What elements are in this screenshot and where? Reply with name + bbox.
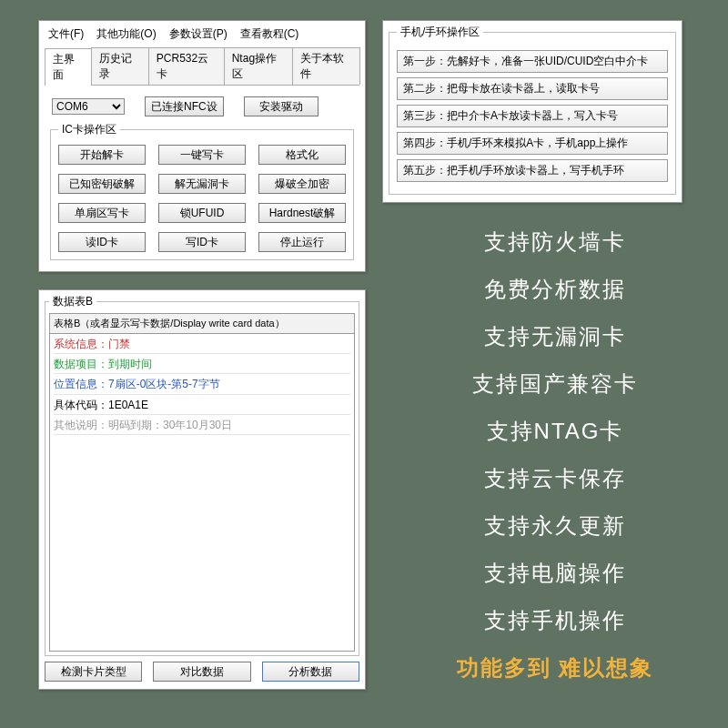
nfc-status-button[interactable]: 已连接NFC设 [145, 96, 224, 116]
btn-single-sector[interactable]: 单扇区写卡 [58, 203, 146, 223]
btn-hardnest[interactable]: Hardnest破解 [258, 203, 346, 223]
phone-steps-legend: 手机/手环操作区 [397, 25, 483, 40]
phone-step-2[interactable]: 第二步：把母卡放在读卡器上，读取卡号 [397, 77, 668, 100]
phone-steps-window: 手机/手环操作区 第一步：先解好卡，准备一张UID/CUID空白中介卡 第二步：… [382, 20, 682, 203]
menu-help[interactable]: 查看教程(C) [240, 26, 299, 42]
data-table-b-window: 数据表B 表格B（或者显示写卡数据/Display write card dat… [38, 289, 366, 690]
tab-cloud[interactable]: PCR532云卡 [148, 47, 225, 85]
btn-brute-full[interactable]: 爆破全加密 [258, 174, 346, 194]
row-position: 位置信息：7扇区-0区块-第5-7字节 [54, 376, 350, 394]
data-b-group: 数据表B 表格B（或者显示写卡数据/Display write card dat… [45, 294, 359, 656]
btn-detect-card[interactable]: 检测卡片类型 [45, 662, 142, 682]
phone-steps-group: 手机/手环操作区 第一步：先解好卡，准备一张UID/CUID空白中介卡 第二步：… [389, 25, 676, 195]
menu-param[interactable]: 参数设置(P) [169, 26, 228, 42]
data-b-legend: 数据表B [49, 294, 96, 309]
feature-line: 免费分析数据 [419, 275, 692, 304]
btn-lock-ufuid[interactable]: 锁UFUID [158, 203, 246, 223]
data-b-body: 系统信息：门禁 数据项目：到期时间 位置信息：7扇区-0区块-第5-7字节 具体… [49, 334, 355, 652]
btn-analyze-data[interactable]: 分析数据 [262, 662, 359, 682]
row-project: 数据项目：到期时间 [54, 356, 350, 374]
main-app-window: 文件(F) 其他功能(O) 参数设置(P) 查看教程(C) 主界面 历史记录 P… [38, 20, 366, 272]
feature-line: 支持电脑操作 [419, 559, 692, 588]
ic-card-group: IC卡操作区 开始解卡 一键写卡 格式化 已知密钥破解 解无漏洞卡 爆破全加密 … [50, 122, 354, 260]
menubar: 文件(F) 其他功能(O) 参数设置(P) 查看教程(C) [45, 25, 359, 46]
menu-other[interactable]: 其他功能(O) [96, 26, 156, 42]
row-code: 具体代码：1E0A1E [54, 397, 350, 415]
btn-start-crack[interactable]: 开始解卡 [58, 145, 146, 165]
feature-line-highlight: 功能多到 难以想象 [419, 653, 692, 682]
phone-step-4[interactable]: 第四步：手机/手环来模拟A卡，手机app上操作 [397, 132, 668, 155]
feature-line: 支持防火墙卡 [419, 228, 692, 257]
feature-line: 支持无漏洞卡 [419, 322, 692, 351]
phone-step-1[interactable]: 第一步：先解好卡，准备一张UID/CUID空白中介卡 [397, 50, 668, 73]
feature-line: 支持永久更新 [419, 511, 692, 541]
btn-no-bug-crack[interactable]: 解无漏洞卡 [158, 174, 246, 194]
com-port-select[interactable]: COM6 [52, 98, 125, 115]
feature-line: 支持国产兼容卡 [419, 369, 692, 399]
tab-about[interactable]: 关于本软件 [292, 47, 360, 85]
btn-read-id[interactable]: 读ID卡 [58, 232, 146, 252]
install-driver-button[interactable]: 安装驱动 [244, 96, 318, 116]
data-b-header: 表格B（或者显示写卡数据/Display write card data） [49, 313, 355, 334]
feature-line: 支持云卡保存 [419, 464, 692, 493]
tab-bar: 主界面 历史记录 PCR532云卡 Ntag操作区 关于本软件 [45, 47, 359, 86]
phone-step-3[interactable]: 第三步：把中介卡A卡放读卡器上，写入卡号 [397, 105, 668, 127]
menu-file[interactable]: 文件(F) [48, 26, 84, 42]
btn-known-key-crack[interactable]: 已知密钥破解 [58, 174, 146, 194]
feature-line: 支持手机操作 [419, 606, 692, 635]
ic-group-legend: IC卡操作区 [58, 122, 120, 137]
btn-stop[interactable]: 停止运行 [258, 232, 346, 252]
feature-line: 支持NTAG卡 [419, 417, 692, 446]
tab-main[interactable]: 主界面 [45, 48, 92, 86]
btn-one-key-write[interactable]: 一键写卡 [158, 145, 246, 165]
btn-compare-data[interactable]: 对比数据 [153, 662, 250, 682]
btn-write-id[interactable]: 写ID卡 [158, 232, 246, 252]
row-other: 其他说明：明码到期：30年10月30日 [54, 417, 350, 435]
phone-step-5[interactable]: 第五步：把手机/手环放读卡器上，写手机手环 [397, 159, 668, 182]
tab-ntag[interactable]: Ntag操作区 [224, 47, 293, 85]
btn-format[interactable]: 格式化 [258, 145, 346, 165]
tab-history[interactable]: 历史记录 [91, 47, 149, 85]
feature-list: 支持防火墙卡 免费分析数据 支持无漏洞卡 支持国产兼容卡 支持NTAG卡 支持云… [419, 228, 692, 682]
row-system: 系统信息：门禁 [54, 336, 350, 354]
